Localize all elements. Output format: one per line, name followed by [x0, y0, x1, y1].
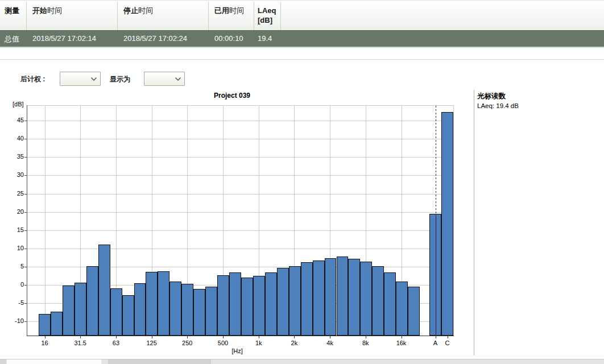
- x-tick: [80, 336, 81, 338]
- y-tick-label: -10: [0, 317, 24, 324]
- x-tick: [45, 336, 45, 338]
- spectrum-bar-80[interactable]: [122, 295, 134, 336]
- x-tick: [330, 336, 330, 338]
- spectrum-bar-500[interactable]: [217, 275, 229, 336]
- scrollbar-corner: [0, 359, 6, 364]
- gridline-horizontal: [27, 212, 453, 213]
- x-tick: [152, 336, 152, 338]
- x-tick-label: 1k: [246, 340, 271, 346]
- spectrum-bar-C[interactable]: [441, 112, 453, 336]
- scrollbar-thumb[interactable]: [108, 359, 211, 364]
- spectrum-bar-4k[interactable]: [325, 258, 337, 336]
- spectrum-chart: 454035302520151050-5-101631.563125250500…: [0, 0, 604, 364]
- x-tick-label: C: [435, 340, 460, 346]
- x-tick: [436, 336, 436, 338]
- spectrum-bar-63[interactable]: [110, 288, 122, 336]
- spectrum-bar-1.6k[interactable]: [277, 268, 289, 336]
- x-tick-label: 500: [210, 340, 235, 346]
- y-tick-label: 35: [0, 153, 24, 160]
- x-tick-label: 2k: [282, 340, 307, 346]
- spectrum-bar-20k[interactable]: [408, 287, 420, 336]
- y-tick-label: 0: [0, 281, 24, 288]
- x-tick: [448, 336, 448, 338]
- spectrum-bar-1k[interactable]: [253, 276, 265, 336]
- spectrum-bar-200[interactable]: [169, 282, 181, 336]
- x-tick-label: 31.5: [68, 340, 93, 346]
- spectrum-bar-400[interactable]: [205, 287, 217, 336]
- panel-separator: [474, 90, 474, 355]
- plot-border-right: [453, 105, 454, 336]
- app-window: 测量开始时间停止时间已用时间LAeq [dB] 总值2018/5/27 17:0…: [0, 0, 604, 364]
- y-tick-label: 25: [0, 190, 24, 197]
- gridline-horizontal: [27, 157, 453, 158]
- spectrum-bar-8k[interactable]: [360, 262, 372, 336]
- cursor-line-solid: [436, 214, 436, 335]
- spectrum-bar-1.25k[interactable]: [265, 272, 277, 336]
- y-tick-label: 45: [0, 117, 24, 123]
- spectrum-bar-315[interactable]: [193, 289, 205, 336]
- y-tick: [24, 249, 27, 249]
- y-tick-label: 10: [0, 245, 24, 251]
- x-tick-label: 125: [139, 340, 164, 346]
- spectrum-bar-630[interactable]: [229, 272, 241, 336]
- x-axis-line: [27, 336, 454, 336]
- gridline-horizontal: [27, 230, 453, 231]
- y-tick: [24, 139, 27, 139]
- x-tick-label: 8k: [353, 340, 378, 346]
- spectrum-bar-10k[interactable]: [372, 266, 384, 336]
- y-tick: [24, 121, 27, 121]
- y-tick: [24, 321, 27, 322]
- x-tick-label: 63: [104, 340, 129, 346]
- spectrum-bar-6.3k[interactable]: [348, 259, 360, 336]
- y-tick: [24, 212, 27, 213]
- cursor-panel-title: 光标读数: [477, 92, 506, 101]
- y-tick-label: 15: [0, 226, 24, 233]
- x-tick: [223, 336, 224, 338]
- gridline-horizontal: [27, 194, 453, 195]
- gridline-vertical: [45, 106, 45, 336]
- spectrum-bar-12.5k[interactable]: [384, 272, 396, 336]
- spectrum-bar-16[interactable]: [39, 314, 51, 336]
- y-tick: [24, 267, 27, 267]
- x-tick: [402, 336, 402, 338]
- y-tick: [24, 285, 27, 286]
- spectrum-bar-50[interactable]: [98, 245, 110, 336]
- y-tick-label: -5: [0, 299, 24, 306]
- x-tick: [259, 336, 259, 338]
- y-axis-line: [27, 105, 27, 336]
- spectrum-bar-31.5[interactable]: [75, 283, 86, 336]
- y-tick-label: 40: [0, 135, 24, 142]
- gridline-horizontal: [27, 249, 453, 249]
- spectrum-bar-20[interactable]: [51, 312, 63, 336]
- spectrum-bar-800[interactable]: [241, 278, 253, 336]
- plot-border-top: [27, 105, 453, 106]
- gridline-horizontal: [27, 175, 453, 176]
- spectrum-bar-250[interactable]: [181, 284, 193, 336]
- spectrum-bar-2k[interactable]: [289, 266, 301, 336]
- spectrum-bar-25[interactable]: [63, 286, 75, 336]
- y-tick: [24, 157, 27, 158]
- x-tick-label: 250: [175, 340, 200, 346]
- x-tick: [366, 336, 366, 338]
- x-axis-unit-label: [Hz]: [225, 348, 250, 354]
- y-tick-label: 5: [0, 263, 24, 270]
- x-tick-label: 4k: [317, 340, 342, 346]
- horizontal-scrollbar[interactable]: [0, 359, 604, 364]
- x-tick-label: 16: [32, 340, 57, 346]
- spectrum-bar-40[interactable]: [86, 266, 98, 336]
- spectrum-bar-5k[interactable]: [337, 257, 349, 336]
- spectrum-bar-3.15k[interactable]: [313, 260, 325, 336]
- cursor-line-dashed: [436, 106, 436, 214]
- spectrum-bar-16k[interactable]: [396, 282, 408, 336]
- spectrum-bar-125[interactable]: [146, 272, 158, 336]
- y-tick: [24, 230, 27, 231]
- y-tick: [24, 175, 27, 176]
- scrollbar-page-segment[interactable]: [7, 359, 101, 364]
- x-tick-label: 16k: [389, 340, 414, 346]
- spectrum-bar-100[interactable]: [134, 283, 146, 336]
- y-tick: [24, 194, 27, 195]
- y-tick-label: 30: [0, 171, 24, 178]
- cursor-laeq-reading: LAeq: 19.4 dB: [477, 102, 519, 109]
- spectrum-bar-2.5k[interactable]: [301, 262, 313, 336]
- spectrum-bar-160[interactable]: [158, 271, 169, 336]
